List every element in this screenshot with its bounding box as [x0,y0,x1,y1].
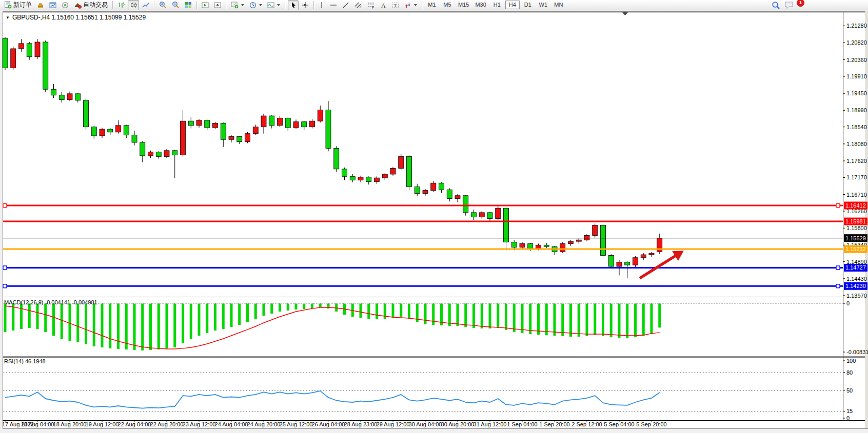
candle [108,129,113,132]
svg-text:1.19910: 1.19910 [846,73,867,79]
candle [511,242,517,248]
arrows-button[interactable] [402,0,419,10]
candle [237,136,242,141]
line-handle[interactable] [3,204,7,208]
candle [196,120,202,126]
auto-scroll-button[interactable] [200,0,211,10]
periods-button[interactable] [247,0,264,10]
time-axis[interactable]: 17 Aug 202218 Aug 04:0018 Aug 20:0019 Au… [2,421,667,427]
candle [649,253,654,255]
new-order-button[interactable]: 新订单 [2,0,34,10]
candle [172,151,177,155]
new-order-label: 新订单 [13,1,32,9]
svg-text:1 Sep 20:00: 1 Sep 20:00 [539,421,569,427]
news-button[interactable] [60,0,71,10]
svg-text:1.15232: 1.15232 [845,246,866,252]
candle [528,243,533,249]
timeframe-button-m30[interactable]: M30 [472,1,488,9]
candle [132,135,137,142]
vertical-line-button[interactable] [317,0,327,10]
equidistant-channel-icon: E [354,2,362,9]
notification-badge: 1 [797,0,804,7]
auto-scroll-icon [202,2,209,9]
timeframe-button-h4[interactable]: H4 [505,1,520,9]
zoom-out-icon [172,1,180,9]
timeframe-button-h1[interactable]: H1 [490,1,504,9]
timeframe-button-w1[interactable]: W1 [536,1,550,9]
mt4-window: 1.212801.208201.203601.199101.194501.189… [0,0,868,433]
svg-text:1.21280: 1.21280 [846,23,867,29]
candle [229,136,234,139]
crosshair-button[interactable] [300,0,311,10]
chat-icon [784,1,794,9]
candle [520,243,525,247]
svg-text:24 Aug 20:00: 24 Aug 20:00 [247,421,281,427]
auto-trading-label: 自动交易 [83,1,108,9]
candle [504,208,509,242]
templates-button[interactable] [265,0,282,10]
profiles-icon [37,2,44,9]
svg-text:0: 0 [846,300,850,306]
chat-button[interactable]: 1 [784,1,798,10]
zoom-in-button[interactable] [157,0,169,10]
timeframe-button-m5[interactable]: M5 [440,1,455,9]
svg-text:1.15529: 1.15529 [845,235,866,241]
indicators-button[interactable] [229,0,246,10]
search-icon[interactable] [772,1,780,10]
line-handle[interactable] [836,266,840,270]
line-chart-button[interactable] [140,0,151,10]
text-button[interactable]: A [378,0,388,10]
market-watch-button[interactable] [47,0,58,10]
fibonacci-button[interactable]: F [365,0,377,10]
auto-trading-button[interactable]: 自动交易 [72,0,110,10]
candle [471,213,477,217]
line-handle[interactable] [3,266,7,270]
svg-text:22 Aug 20:00: 22 Aug 20:00 [150,421,184,427]
candle [576,240,581,241]
svg-text:1.15981: 1.15981 [845,218,866,224]
timeframe-button-m15[interactable]: M15 [456,1,471,9]
line-handle[interactable] [836,204,840,208]
candle [156,152,161,157]
line-handle[interactable] [3,284,7,288]
svg-text:19 Aug 12:00: 19 Aug 12:00 [86,421,119,427]
vertical-line-icon [319,2,325,9]
candle [3,38,8,68]
horizontal-line-button[interactable] [328,0,339,10]
candle [148,152,153,156]
profiles-button[interactable] [35,0,46,10]
templates-dropdown-caret [277,4,280,6]
chart-shift-button[interactable] [212,0,223,10]
templates-icon [267,2,274,9]
svg-text:1.16412: 1.16412 [845,202,866,209]
toolbar-separator [196,1,197,9]
candle [423,191,428,194]
candle [67,94,72,100]
zoom-out-button[interactable] [170,0,182,10]
new-order-icon [4,1,12,9]
trendline-button[interactable] [340,0,351,10]
periods-clock-icon [249,2,257,9]
candle [205,120,210,128]
candle [447,190,452,198]
chart-canvas[interactable]: 1.212801.208201.203601.199101.194501.189… [0,0,868,433]
text-label-button[interactable]: T [389,0,401,10]
cursor-icon [290,2,297,9]
bar-chart-button[interactable] [115,0,127,10]
tile-windows-button[interactable] [183,0,194,10]
candle [116,126,121,132]
candle [310,121,315,127]
chart-title-text: GBPUSD-,H4 1.15160 1.15651 1.15099 1.155… [12,14,146,21]
symbol-dropdown-icon[interactable]: ▼ [6,15,10,20]
cursor-button[interactable] [288,0,299,10]
toolbar-separator [226,1,226,9]
candlestick-chart-button[interactable] [128,0,139,10]
timeframe-button-m1[interactable]: M1 [425,1,439,9]
svg-text:1.19450: 1.19450 [846,90,867,96]
timeframe-button-d1[interactable]: D1 [521,1,535,9]
equidistant-channel-button[interactable]: E [352,0,364,10]
svg-text:29 Aug 12:00: 29 Aug 12:00 [377,421,410,427]
timeframe-button-mn[interactable]: MN [551,1,566,9]
svg-text:2 Sep 12:00: 2 Sep 12:00 [571,421,602,427]
line-handle[interactable] [836,284,840,288]
